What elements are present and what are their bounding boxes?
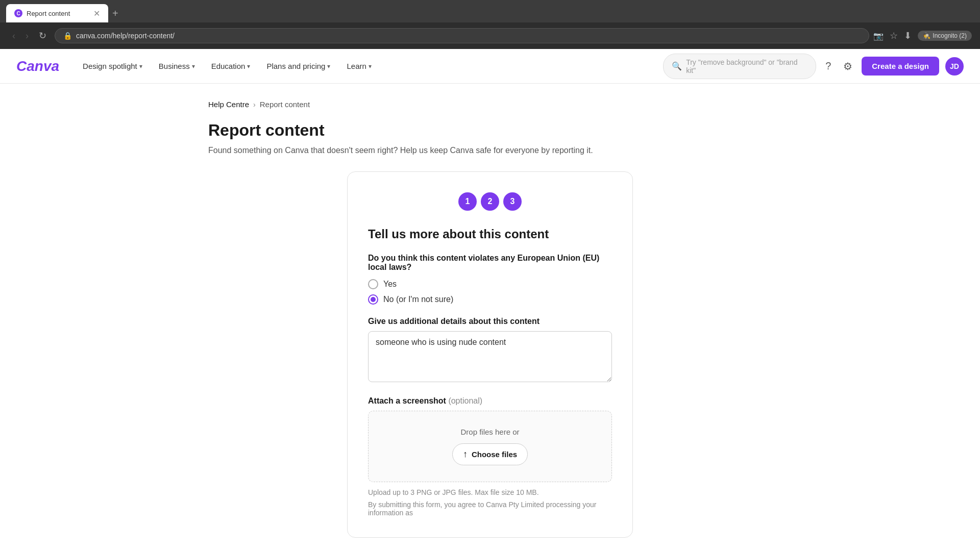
nav-learn-label: Learn bbox=[347, 62, 366, 70]
tab-favicon bbox=[14, 9, 22, 17]
forward-button[interactable]: › bbox=[21, 28, 33, 43]
settings-button[interactable]: ⚙ bbox=[840, 57, 855, 76]
eu-radio-group: Yes No (or I'm not sure) bbox=[368, 279, 612, 305]
tab-close-button[interactable]: ✕ bbox=[93, 9, 100, 18]
nav-education[interactable]: Education ▾ bbox=[204, 58, 258, 74]
drop-zone-text: Drop files here or bbox=[460, 428, 519, 436]
help-button[interactable]: ? bbox=[822, 57, 834, 75]
search-placeholder: Try "remove background" or "brand kit" bbox=[686, 58, 807, 74]
tab-title: Report content bbox=[27, 10, 89, 17]
nav-education-label: Education bbox=[211, 62, 246, 70]
active-tab[interactable]: Report content ✕ bbox=[6, 4, 108, 22]
nav-bar: ‹ › ↻ 🔒 canva.com/help/report-content/ 📷… bbox=[0, 22, 980, 49]
eu-question-label: Do you think this content violates any E… bbox=[368, 254, 612, 272]
report-form-card: 1 2 3 Tell us more about this content Do… bbox=[347, 171, 633, 538]
incognito-badge[interactable]: 🕵 Incognito (2) bbox=[918, 31, 972, 41]
breadcrumb-current: Report content bbox=[260, 100, 310, 109]
breadcrumb-home-link[interactable]: Help Centre bbox=[208, 100, 249, 109]
nav-business[interactable]: Business ▾ bbox=[152, 58, 202, 74]
details-textarea[interactable]: someone who is using nude content bbox=[368, 331, 612, 382]
chevron-down-icon: ▾ bbox=[327, 63, 330, 70]
screenshot-optional-label: (optional) bbox=[448, 396, 482, 405]
incognito-label: Incognito (2) bbox=[933, 32, 967, 39]
chevron-down-icon: ▾ bbox=[247, 63, 250, 70]
choose-files-label: Choose files bbox=[472, 450, 517, 459]
logo-text: Canva bbox=[16, 58, 59, 74]
step-1-circle: 1 bbox=[458, 192, 477, 211]
nav-learn[interactable]: Learn ▾ bbox=[339, 58, 378, 74]
radio-no-label: No (or I'm not sure) bbox=[383, 295, 453, 304]
incognito-icon: 🕵 bbox=[923, 32, 930, 39]
legal-text: By submitting this form, you agree to Ca… bbox=[368, 500, 612, 517]
create-design-button[interactable]: Create a design bbox=[862, 57, 939, 76]
nav-arrows: ‹ › ↻ bbox=[8, 28, 51, 43]
radio-no-option[interactable]: No (or I'm not sure) bbox=[368, 294, 612, 305]
page-subtitle: Found something on Canva that doesn't se… bbox=[208, 146, 772, 155]
additional-details-label: Give us additional details about this co… bbox=[368, 317, 612, 326]
search-icon: 🔍 bbox=[672, 61, 682, 71]
bookmark-icon[interactable]: ☆ bbox=[890, 30, 898, 41]
file-drop-zone[interactable]: Drop files here or ↑ Choose files bbox=[368, 411, 612, 482]
breadcrumb-separator: › bbox=[253, 101, 256, 109]
camera-icon[interactable]: 📷 bbox=[873, 31, 884, 41]
nav-design-spotlight-label: Design spotlight bbox=[83, 62, 137, 70]
radio-yes-button[interactable] bbox=[368, 279, 378, 289]
search-bar[interactable]: 🔍 Try "remove background" or "brand kit" bbox=[663, 54, 816, 79]
radio-yes-option[interactable]: Yes bbox=[368, 279, 612, 289]
browser-chrome: Report content ✕ + ‹ › ↻ 🔒 canva.com/hel… bbox=[0, 0, 980, 49]
header-right: 🔍 Try "remove background" or "brand kit"… bbox=[663, 54, 964, 79]
chevron-down-icon: ▾ bbox=[192, 63, 195, 70]
nav-plans-pricing-label: Plans and pricing bbox=[266, 62, 325, 70]
nav-design-spotlight[interactable]: Design spotlight ▾ bbox=[76, 58, 150, 74]
radio-yes-label: Yes bbox=[383, 280, 397, 289]
canva-header: Canva Design spotlight ▾ Business ▾ Educ… bbox=[0, 49, 980, 84]
upload-hint: Upload up to 3 PNG or JPG files. Max fil… bbox=[368, 488, 612, 496]
choose-files-button[interactable]: ↑ Choose files bbox=[452, 443, 528, 465]
step-3-circle: 3 bbox=[503, 192, 522, 211]
lock-icon: 🔒 bbox=[63, 32, 72, 40]
breadcrumb: Help Centre › Report content bbox=[208, 100, 772, 109]
tab-bar: Report content ✕ + bbox=[0, 0, 980, 22]
step-3-label: 3 bbox=[510, 197, 515, 206]
nav-business-label: Business bbox=[159, 62, 190, 70]
page-content: Help Centre › Report content Report cont… bbox=[184, 84, 796, 551]
chevron-down-icon: ▾ bbox=[139, 63, 142, 70]
step-2-circle: 2 bbox=[481, 192, 499, 211]
upload-icon: ↑ bbox=[463, 449, 468, 460]
download-icon[interactable]: ⬇ bbox=[904, 30, 912, 41]
chevron-down-icon: ▾ bbox=[369, 63, 372, 70]
url-text: canva.com/help/report-content/ bbox=[76, 32, 175, 40]
steps-row: 1 2 3 bbox=[368, 192, 612, 211]
user-avatar[interactable]: JD bbox=[945, 57, 964, 76]
radio-no-button[interactable] bbox=[368, 294, 378, 305]
canva-logo[interactable]: Canva bbox=[16, 58, 59, 74]
page-title: Report content bbox=[208, 121, 772, 140]
nav-right-icons: 📷 ☆ ⬇ 🕵 Incognito (2) bbox=[873, 30, 972, 41]
form-heading: Tell us more about this content bbox=[368, 227, 612, 241]
tab-bar-left: Report content ✕ + bbox=[0, 4, 118, 22]
step-2-label: 2 bbox=[488, 197, 493, 206]
nav-plans-pricing[interactable]: Plans and pricing ▾ bbox=[259, 58, 337, 74]
header-nav: Design spotlight ▾ Business ▾ Education … bbox=[76, 58, 663, 74]
url-bar[interactable]: 🔒 canva.com/help/report-content/ bbox=[55, 28, 869, 43]
step-1-label: 1 bbox=[465, 197, 470, 206]
new-tab-button[interactable]: + bbox=[112, 8, 118, 19]
back-button[interactable]: ‹ bbox=[8, 28, 19, 43]
refresh-button[interactable]: ↻ bbox=[35, 28, 51, 43]
screenshot-label: Attach a screenshot bbox=[368, 396, 446, 405]
